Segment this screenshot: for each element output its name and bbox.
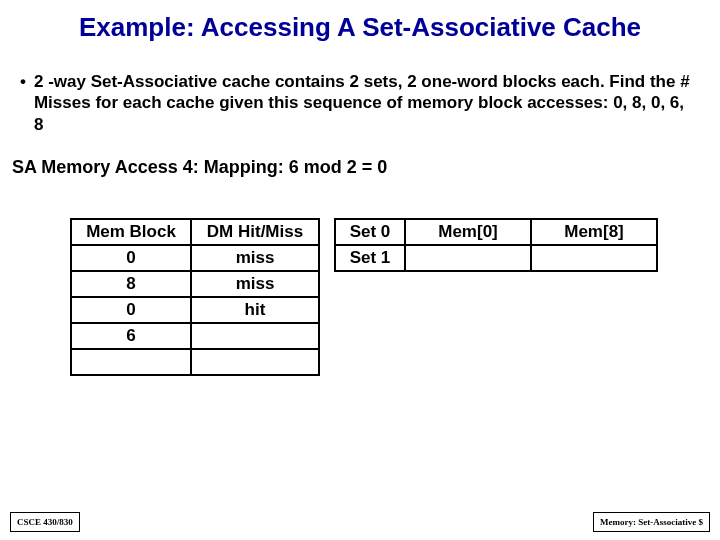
col-header: Mem Block	[71, 219, 191, 245]
cell: Mem[8]	[531, 219, 657, 245]
table-row: Set 1	[335, 245, 657, 271]
cell	[191, 323, 319, 349]
cell: Set 0	[335, 219, 405, 245]
table-row: 0 miss	[71, 245, 319, 271]
cell: miss	[191, 271, 319, 297]
bullet-dot: •	[20, 71, 34, 92]
cell	[71, 349, 191, 375]
table-row: Mem Block DM Hit/Miss	[71, 219, 319, 245]
tables-area: Mem Block DM Hit/Miss 0 miss 8 miss 0 hi…	[0, 178, 720, 376]
col-header: DM Hit/Miss	[191, 219, 319, 245]
footer: CSCE 430/830 Memory: Set-Associative $	[0, 512, 720, 532]
cell: Mem[0]	[405, 219, 531, 245]
cell: miss	[191, 245, 319, 271]
access-line: SA Memory Access 4: Mapping: 6 mod 2 = 0	[0, 135, 720, 178]
table-row	[71, 349, 319, 375]
bullet-text: 2 -way Set-Associative cache contains 2 …	[34, 71, 690, 135]
set-table: Set 0 Mem[0] Mem[8] Set 1	[334, 218, 658, 272]
cell	[405, 245, 531, 271]
table-row: 0 hit	[71, 297, 319, 323]
footer-left: CSCE 430/830	[10, 512, 80, 532]
cell: hit	[191, 297, 319, 323]
footer-right: Memory: Set-Associative $	[593, 512, 710, 532]
cell: Set 1	[335, 245, 405, 271]
table-row: Set 0 Mem[0] Mem[8]	[335, 219, 657, 245]
cell: 0	[71, 297, 191, 323]
memblock-table: Mem Block DM Hit/Miss 0 miss 8 miss 0 hi…	[70, 218, 320, 376]
bullet-block: • 2 -way Set-Associative cache contains …	[0, 43, 720, 135]
cell	[531, 245, 657, 271]
cell: 6	[71, 323, 191, 349]
cell: 8	[71, 271, 191, 297]
slide-title: Example: Accessing A Set-Associative Cac…	[0, 0, 720, 43]
cell: 0	[71, 245, 191, 271]
table-row: 8 miss	[71, 271, 319, 297]
cell	[191, 349, 319, 375]
table-row: 6	[71, 323, 319, 349]
